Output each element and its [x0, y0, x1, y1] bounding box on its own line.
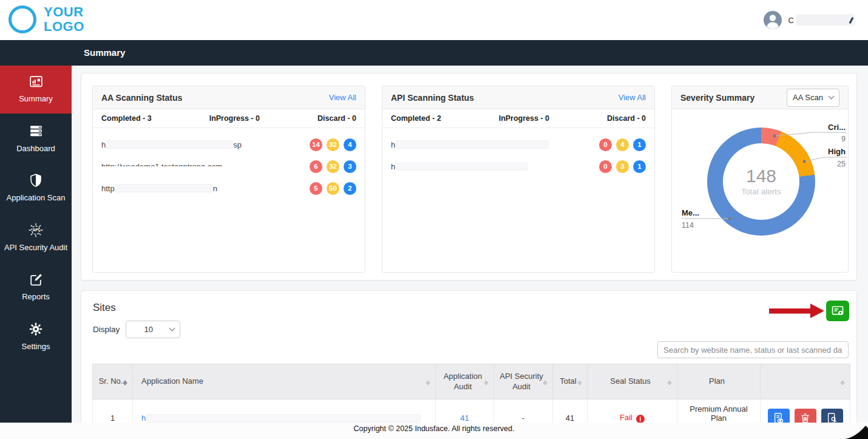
edit-square-icon	[28, 271, 44, 287]
display-count-select[interactable]: 10	[126, 321, 180, 338]
chevron-down-icon	[169, 325, 175, 332]
chevron-down-icon	[829, 94, 835, 100]
sidebar-item-settings[interactable]: Settings	[0, 313, 72, 361]
sites-title: Sites	[93, 302, 116, 314]
seal-status-value: Fail	[620, 413, 632, 422]
scan-url[interactable]: hsp	[101, 140, 242, 149]
card-title: API Scanning Status	[391, 93, 474, 103]
sidebar-item-label: Reports	[22, 291, 50, 302]
critical-callout-value: 9	[841, 135, 846, 143]
sort-icon[interactable]	[426, 378, 431, 387]
api-chip-icon: API	[28, 222, 44, 238]
severity-summary-card: Severity Summary AA Scan 148 Total alert…	[671, 86, 849, 273]
page-titlebar: Summary	[0, 40, 868, 66]
aa-view-all-link[interactable]: View All	[329, 93, 356, 102]
svg-text:API: API	[33, 228, 39, 232]
status-cards-panel: AA Scanning Status View All Completed - …	[81, 73, 857, 281]
column-header-application-name[interactable]: Application Name	[133, 364, 436, 400]
url-fragment: h	[391, 162, 395, 171]
column-header-total[interactable]: Total	[553, 364, 588, 400]
select-value: AA Scan	[793, 93, 824, 102]
critical-badge: 14	[310, 138, 322, 151]
app-root: YOUR LOGO C Summary Summary Dashboard	[0, 0, 868, 439]
scan-url[interactable]: h	[391, 140, 549, 149]
medium-callout-value: 114	[682, 221, 694, 230]
api-completed-stat: Completed - 2	[391, 114, 441, 123]
sidebar-item-reports[interactable]: Reports	[0, 264, 72, 311]
sort-icon[interactable]	[123, 378, 128, 387]
url-fragment: h	[391, 140, 395, 149]
application-audit-count-link[interactable]: 41	[460, 413, 469, 423]
logo-line1: YOUR	[44, 5, 84, 19]
sidebar-item-application-scan[interactable]: Application Scan	[0, 165, 72, 213]
high-callout-value: 25	[837, 160, 846, 168]
sidebar-item-label: Summary	[19, 94, 53, 104]
api-scanning-status-card: API Scanning Status View All Completed -…	[382, 86, 655, 273]
list-item: h 0 3 1	[391, 160, 646, 173]
sort-icon[interactable]	[484, 378, 489, 387]
column-header-sr-no[interactable]: Sr. No.	[93, 364, 133, 400]
display-count-row: Display 10	[93, 321, 180, 338]
page-footer: Copyright © 2025 Indusface. All rights r…	[0, 423, 868, 439]
card-title: Severity Summary	[680, 93, 754, 103]
card-header: AA Scanning Status View All	[93, 86, 365, 109]
high-badge: 3	[616, 160, 629, 173]
sidebar-item-label: Dashboard	[16, 143, 55, 154]
aa-stats-row: Completed - 3 InProgress - 0 Discard - 0	[93, 109, 365, 128]
critical-callout-label: Cri...	[828, 123, 846, 132]
sidebar-item-summary[interactable]: Summary	[0, 66, 72, 114]
list-item: httpn 5 50 2	[101, 182, 356, 195]
logo[interactable]: YOUR LOGO	[44, 5, 84, 34]
shield-icon	[28, 172, 44, 188]
add-site-icon	[830, 304, 845, 318]
select-value: 10	[132, 325, 165, 334]
account-menu[interactable]: C	[763, 10, 855, 30]
aa-discard-stat: Discard - 0	[317, 114, 356, 123]
url-redaction	[396, 162, 528, 171]
api-discard-stat: Discard - 0	[607, 114, 646, 123]
api-view-all-link[interactable]: View All	[619, 93, 646, 102]
api-stats-row: Completed - 2 InProgress - 0 Discard - 0	[382, 109, 654, 128]
column-header-api-security-audit[interactable]: API Security Audit	[494, 364, 553, 400]
sort-icon[interactable]	[667, 378, 673, 387]
scan-url[interactable]: httpn	[101, 184, 217, 193]
medium-badge: 4	[344, 138, 356, 151]
url-redaction	[146, 414, 421, 423]
application-name-link[interactable]: h	[141, 413, 421, 423]
critical-badge: 0	[599, 138, 612, 151]
url-fragment: n	[213, 184, 217, 193]
sort-icon[interactable]	[840, 378, 846, 387]
sites-search-input[interactable]	[657, 341, 849, 358]
severity-scan-type-select[interactable]: AA Scan	[787, 89, 839, 107]
url-redaction	[396, 140, 549, 149]
top-header: YOUR LOGO C	[0, 0, 868, 40]
scan-url[interactable]: http://wsedemo1.testapptrona.com	[101, 162, 222, 171]
api-scan-list: h 0 4 1 h 0 3 1	[382, 128, 654, 173]
alert-badges: 0 3 1	[599, 160, 646, 173]
column-header-actions[interactable]	[761, 364, 850, 400]
user-name-fragment: C	[788, 16, 794, 25]
sort-icon[interactable]	[543, 378, 548, 387]
sidebar-item-dashboard[interactable]: Dashboard	[0, 115, 72, 163]
scan-url[interactable]: h	[391, 162, 529, 171]
user-avatar-icon[interactable]	[763, 10, 782, 30]
sort-icon[interactable]	[577, 378, 583, 387]
sidebar-item-api-security-audit[interactable]: API API Security Audit	[0, 214, 72, 262]
alert-badges: 5 50 2	[310, 182, 356, 195]
url-redaction	[100, 166, 256, 174]
critical-badge: 5	[310, 182, 322, 195]
add-site-button[interactable]	[826, 301, 849, 321]
card-title: AA Scanning Status	[101, 93, 182, 103]
list-item: http://wsedemo1.testapptrona.com 6 32 3	[101, 160, 356, 173]
medium-badge: 2	[344, 182, 356, 195]
high-badge: 4	[616, 138, 629, 151]
page-title: Summary	[84, 47, 125, 58]
medium-badge: 1	[633, 138, 646, 151]
medium-badge: 1	[633, 160, 646, 173]
column-header-plan[interactable]: Plan	[677, 364, 761, 400]
column-header-seal-status[interactable]: Seal Status	[588, 364, 677, 400]
column-header-application-audit[interactable]: Application Audit	[436, 364, 494, 400]
user-name-redaction	[796, 15, 855, 26]
url-redaction	[106, 140, 232, 149]
severity-donut-ring[interactable]: 148 Total alerts	[707, 128, 815, 236]
